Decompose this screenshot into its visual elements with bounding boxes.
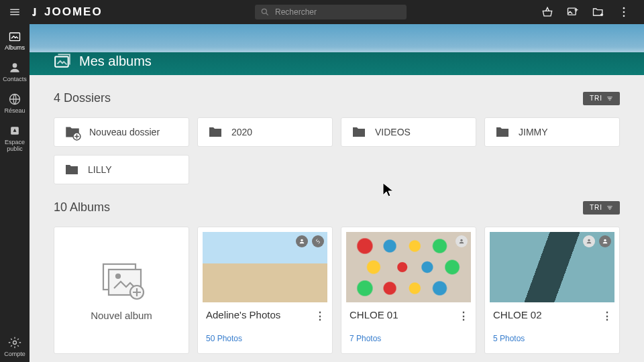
page-title: Mes albums	[79, 54, 152, 69]
album-card[interactable]: Adeline's Photos ⋮ 50 Photos	[197, 227, 333, 354]
page-banner: Mes albums	[30, 24, 644, 75]
album-photo-count[interactable]: 50 Photos	[206, 334, 242, 343]
album-more-icon[interactable]: ⋮	[599, 308, 615, 324]
svg-point-9	[13, 341, 17, 345]
svg-rect-1	[568, 8, 576, 15]
folder-label: 2020	[231, 127, 252, 137]
svg-point-14	[116, 274, 120, 278]
sidebar-item-label: Réseau	[4, 107, 25, 114]
sidebar-item-public[interactable]: Espace public	[0, 119, 30, 157]
svg-point-19	[604, 239, 606, 241]
sort-label: TRI	[590, 95, 602, 102]
album-photo-count[interactable]: 5 Photos	[493, 334, 525, 343]
sidebar-item-label: Compte	[4, 351, 25, 357]
folder-add-icon	[64, 123, 81, 141]
svg-point-0	[262, 9, 266, 13]
svg-point-6	[13, 63, 17, 68]
avatar-icon	[599, 235, 611, 247]
basket-icon[interactable]	[541, 5, 554, 19]
album-card[interactable]: CHLOE 01 ⋮ 7 Photos	[341, 227, 476, 354]
album-more-icon[interactable]: ⋮	[312, 308, 328, 324]
album-thumbnail	[485, 227, 619, 302]
sidebar-item-label: Albums	[5, 44, 25, 51]
folder-icon	[351, 124, 367, 140]
brand-icon	[30, 7, 40, 17]
brand-text: JOOMEO	[44, 5, 103, 19]
svg-point-2	[623, 7, 625, 9]
album-thumbnail	[341, 227, 476, 302]
folder-label: JIMMY	[519, 127, 548, 137]
folder-card[interactable]: VIDEOS	[341, 117, 476, 147]
shared-person-icon	[296, 235, 308, 247]
album-name: CHLOE 02	[493, 309, 611, 320]
new-folder-card[interactable]: Nouveau dossier	[54, 117, 189, 147]
folder-card[interactable]: 2020	[197, 117, 333, 147]
svg-point-18	[588, 239, 590, 241]
album-more-icon[interactable]: ⋮	[455, 308, 472, 324]
shared-person-icon	[583, 235, 595, 247]
album-name: Adeline's Photos	[206, 309, 324, 320]
add-folder-icon[interactable]	[592, 5, 605, 19]
brand-logo: JOOMEO	[30, 5, 103, 19]
sort-icon	[606, 95, 613, 102]
albums-heading: 10 Albums	[54, 200, 110, 215]
folder-label: Nouveau dossier	[89, 127, 160, 137]
svg-point-17	[460, 239, 462, 241]
sidebar-item-albums[interactable]: Albums	[0, 24, 30, 56]
shared-person-icon	[455, 235, 468, 247]
svg-point-16	[301, 239, 303, 241]
sort-icon	[606, 204, 613, 211]
svg-point-4	[623, 15, 625, 17]
link-icon	[312, 235, 324, 247]
sidebar-item-contacts[interactable]: Contacts	[0, 56, 30, 87]
more-vertical-icon[interactable]	[617, 5, 631, 19]
new-album-card[interactable]: Nouvel album	[54, 227, 189, 354]
new-album-icon	[98, 260, 145, 300]
folder-card[interactable]: LILLY	[54, 155, 189, 184]
hamburger-menu[interactable]	[0, 0, 30, 24]
svg-point-3	[623, 11, 625, 13]
album-card[interactable]: CHLOE 02 ⋮ 5 Photos	[484, 227, 620, 354]
folder-card[interactable]: JIMMY	[484, 117, 620, 147]
album-name: CHLOE 01	[350, 309, 468, 320]
folder-label: LILLY	[88, 164, 112, 175]
search-icon	[260, 7, 270, 17]
folder-icon	[207, 124, 223, 140]
new-album-label: Nouvel album	[91, 310, 152, 321]
sort-albums-button[interactable]: TRI	[583, 201, 620, 215]
sidebar-item-label: Espace public	[5, 139, 25, 152]
sidebar-item-network[interactable]: Réseau	[0, 87, 30, 119]
albums-icon	[54, 52, 71, 70]
add-image-icon[interactable]	[566, 5, 580, 19]
folder-label: VIDEOS	[375, 127, 411, 137]
album-photo-count[interactable]: 7 Photos	[350, 334, 381, 343]
folder-icon	[494, 124, 511, 140]
album-thumbnail	[198, 227, 332, 302]
sort-folders-button[interactable]: TRI	[583, 92, 620, 105]
sort-label: TRI	[590, 204, 602, 211]
sidebar-item-label: Contacts	[3, 76, 27, 82]
folders-heading: 4 Dossiers	[54, 91, 111, 105]
search-box[interactable]	[255, 5, 407, 19]
search-input[interactable]	[275, 7, 401, 17]
sidebar-item-account[interactable]: Compte	[0, 330, 30, 362]
folder-icon	[64, 162, 80, 178]
